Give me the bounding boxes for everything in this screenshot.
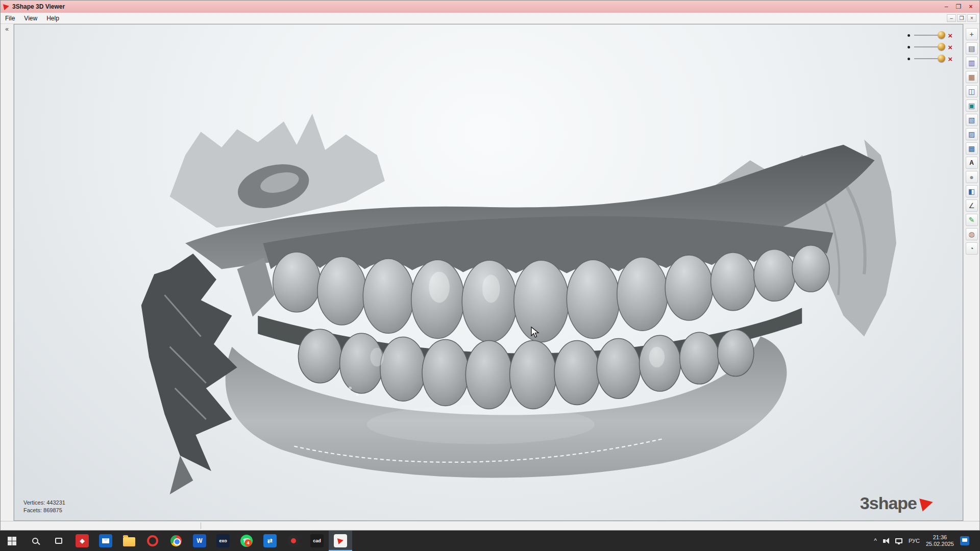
network-icon[interactable] xyxy=(895,538,902,543)
mesh-stats: Vertices: 443231 Facets: 869875 xyxy=(23,499,65,514)
taskbar-app-cad[interactable]: cad xyxy=(305,531,329,551)
brand-watermark: 3shape xyxy=(860,493,933,513)
vertices-count: Vertices: 443231 xyxy=(23,499,65,507)
taskbar-app-exocad[interactable]: exo xyxy=(211,531,235,551)
cube-view-icon[interactable]: ▦ xyxy=(966,71,978,83)
titlebar[interactable]: 3Shape 3D Viewer – ❐ × xyxy=(1,1,979,13)
red-diamond-app-icon: ◆ xyxy=(76,534,89,547)
layer-bullet-icon xyxy=(908,58,910,60)
orbit-tool-icon[interactable]: ◔ xyxy=(966,242,978,255)
3d-viewport[interactable]: × × × Vertices: 443231 xyxy=(14,24,963,521)
task-view-button[interactable] xyxy=(47,531,70,551)
find-text-icon[interactable]: A xyxy=(966,157,978,169)
doc-view-icon[interactable]: ▧ xyxy=(966,114,978,126)
split-view-icon[interactable]: ◧ xyxy=(966,185,978,197)
volume-icon[interactable] xyxy=(883,538,889,544)
layer-bullet-icon xyxy=(908,34,910,37)
measure-tool-icon[interactable]: ∠ xyxy=(966,199,978,212)
close-button[interactable]: × xyxy=(965,2,976,11)
pen-tool-icon[interactable]: ✎ xyxy=(966,214,978,226)
client-area: « xyxy=(1,24,979,530)
dental-scan-3d-model[interactable] xyxy=(14,24,963,520)
taskbar-app-opera[interactable] xyxy=(141,531,164,551)
layer-row-2: × xyxy=(908,42,952,52)
app-logo-icon xyxy=(3,3,10,10)
menu-file[interactable]: File xyxy=(1,14,19,23)
clock-time: 21:36 xyxy=(933,534,947,540)
layer-opacity-knob[interactable] xyxy=(938,31,945,39)
transform-tool-icon[interactable]: + xyxy=(966,28,978,40)
taskbar-app-file-explorer[interactable] xyxy=(117,531,141,551)
exocad-icon: exo xyxy=(216,534,230,547)
taskbar: ◆ W exo ☎4 ⇄ cad xyxy=(0,531,980,551)
search-button[interactable] xyxy=(23,531,47,551)
tray-expander-chevron[interactable]: ^ xyxy=(874,537,877,544)
menu-help[interactable]: Help xyxy=(42,14,64,23)
doc-view2-icon[interactable]: ▨ xyxy=(966,128,978,140)
taskbar-clock[interactable]: 21:36 25.02.2025 xyxy=(926,534,954,547)
layer-opacity-knob[interactable] xyxy=(938,43,945,51)
doc-view3-icon[interactable]: ▩ xyxy=(966,142,978,155)
3shape-viewer-icon xyxy=(334,534,347,547)
dark-circle-app-icon xyxy=(287,535,300,547)
maximize-button[interactable]: ❐ xyxy=(953,2,964,11)
language-indicator[interactable]: РУС xyxy=(909,538,920,544)
layer-remove-button[interactable]: × xyxy=(948,43,952,51)
file-explorer-icon xyxy=(123,537,135,546)
cad-app-icon: cad xyxy=(310,534,324,547)
taskbar-app-share[interactable]: ⇄ xyxy=(258,531,282,551)
layer-row-3: × xyxy=(908,54,952,63)
mail-app-icon xyxy=(99,534,112,547)
taskbar-app-dark-circle[interactable] xyxy=(282,531,305,551)
save-view-icon[interactable]: ▥ xyxy=(966,57,978,69)
layer-opacity-slider[interactable] xyxy=(914,46,944,47)
layers-view-icon[interactable]: ◫ xyxy=(966,85,978,97)
taskbar-app-whatsapp[interactable]: ☎4 xyxy=(235,531,258,551)
layer-remove-button[interactable]: × xyxy=(948,32,952,39)
taskbar-app-chrome[interactable] xyxy=(164,531,188,551)
taskbar-app-mail[interactable] xyxy=(94,531,117,551)
menubar: File View Help – ❐ × xyxy=(1,13,979,24)
system-tray: ^ РУС 21:36 25.02.2025 xyxy=(874,531,980,551)
status-divider xyxy=(201,522,201,529)
windows-logo-icon xyxy=(8,537,16,545)
brand-watermark-text: 3shape xyxy=(860,493,917,513)
app-window: 3Shape 3D Viewer – ❐ × File View Help – … xyxy=(0,0,980,531)
task-view-icon xyxy=(55,538,62,544)
taskbar-app-3shape-viewer[interactable] xyxy=(329,531,352,551)
status-strip xyxy=(1,521,979,530)
start-button[interactable] xyxy=(0,531,23,551)
menu-view[interactable]: View xyxy=(19,14,42,23)
right-toolbar: + ▤ ▥ ▦ ◫ ▣ ▧ ▨ ▩ A ● ◧ ∠ ✎ ◍ ◔ xyxy=(963,24,979,521)
search-icon xyxy=(32,538,38,544)
share-app-icon: ⇄ xyxy=(263,534,277,547)
whatsapp-icon: ☎4 xyxy=(240,535,253,547)
shaded-sphere-icon[interactable]: ◍ xyxy=(966,228,978,240)
brand-triangle-icon xyxy=(919,495,935,511)
panel-collapse-chevron-icon[interactable]: « xyxy=(3,26,11,33)
clock-date: 25.02.2025 xyxy=(926,541,954,547)
whatsapp-badge: 4 xyxy=(244,539,252,546)
mdi-close-button[interactable]: × xyxy=(967,14,976,22)
3shape-triangle-icon xyxy=(337,537,344,544)
taskbar-app-word[interactable]: W xyxy=(188,531,211,551)
layer-controls: × × × xyxy=(908,31,952,63)
copy-view-icon[interactable]: ▤ xyxy=(966,42,978,55)
window-title: 3Shape 3D Viewer xyxy=(12,3,941,10)
layer-opacity-slider[interactable] xyxy=(914,58,944,59)
mdi-restore-button[interactable]: ❐ xyxy=(957,14,966,22)
layer-remove-button[interactable]: × xyxy=(948,55,952,63)
mdi-minimize-button[interactable]: – xyxy=(947,14,956,22)
screen: 3Shape 3D Viewer – ❐ × File View Help – … xyxy=(0,0,980,551)
minimize-button[interactable]: – xyxy=(941,2,952,11)
layer-row-1: × xyxy=(908,31,952,40)
grid-teal-icon[interactable]: ▣ xyxy=(966,99,978,112)
collapsed-side-panel: « xyxy=(1,24,14,521)
layer-opacity-slider[interactable] xyxy=(914,35,944,36)
taskbar-app-red-diamond[interactable]: ◆ xyxy=(70,531,94,551)
sphere-tool-icon[interactable]: ● xyxy=(966,171,978,183)
action-center-icon xyxy=(960,536,969,545)
word-icon: W xyxy=(193,534,206,547)
action-center-button[interactable] xyxy=(960,536,969,545)
layer-opacity-knob[interactable] xyxy=(938,55,945,62)
